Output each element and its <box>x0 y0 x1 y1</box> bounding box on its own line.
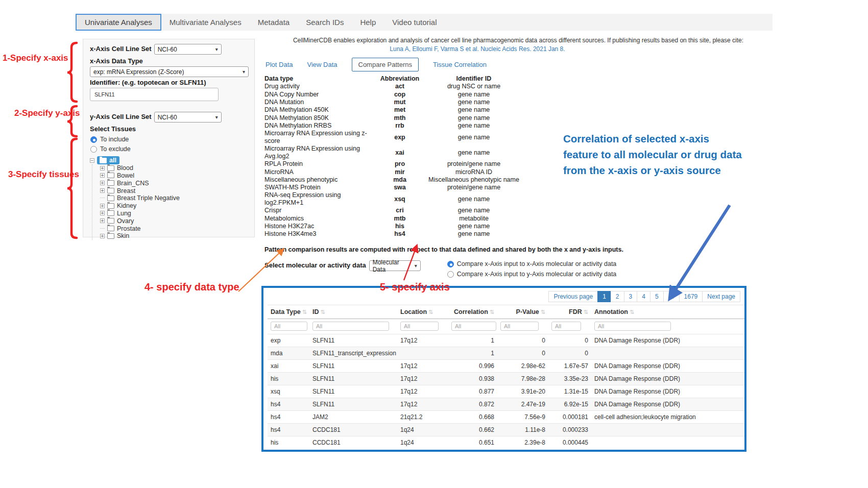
radio-icon[interactable] <box>447 261 454 267</box>
column-header-fdr[interactable]: FDR⇅ <box>548 305 591 319</box>
tissue-radio-to-include[interactable]: To include <box>90 136 248 143</box>
tree-item-kidney[interactable]: +Kidney <box>100 202 248 210</box>
expand-icon[interactable]: + <box>100 166 105 170</box>
page-button-previous-page[interactable]: Previous page <box>548 291 598 302</box>
column-header-annotation[interactable]: Annotation⇅ <box>591 305 744 319</box>
datatype-cell: protein/gene name <box>427 160 521 168</box>
result-cell: 0.877 <box>448 385 497 398</box>
tree-root-chip[interactable]: all <box>97 156 119 164</box>
result-cell: 0.668 <box>448 411 497 424</box>
sort-icon[interactable]: ⇅ <box>490 309 494 315</box>
column-header-label: FDR <box>569 308 582 315</box>
radio-icon[interactable] <box>90 146 97 153</box>
datatype-row: DNA Methylation RRBSrrbgene name <box>264 122 521 130</box>
subtab-view-data[interactable]: View Data <box>307 61 337 68</box>
datatype-row: Histone H3K4me3hs4gene name <box>264 230 521 238</box>
subtab-compare-patterns[interactable]: Compare Patterns <box>352 58 419 71</box>
filter-input-correlation[interactable] <box>451 322 496 331</box>
page-button-1679[interactable]: 1679 <box>679 291 703 302</box>
page-button-2[interactable]: 2 <box>611 291 624 302</box>
page-button-3[interactable]: 3 <box>624 291 638 302</box>
radio-label: To exclude <box>100 145 131 153</box>
citation-link[interactable]: Luna A, Elloumi F, Varma S et al. Nuclei… <box>390 45 565 53</box>
page-button-4[interactable]: 4 <box>637 291 650 302</box>
compare-axis-radio-group: Compare x-Axis input to x-Axis molecular… <box>447 260 617 281</box>
tree-item-label: Skin <box>117 232 129 239</box>
sort-icon[interactable]: ⇅ <box>302 309 307 315</box>
nav-tab-multivariate-analyses[interactable]: Multivariate Analyses <box>161 14 250 31</box>
x-axis-cell-line-set-select[interactable]: NCI-60 ▾ <box>154 44 222 55</box>
datatype-cell: protein/gene name <box>427 184 521 191</box>
tree-item-bowel[interactable]: +Bowel <box>100 172 248 180</box>
sort-icon[interactable]: ⇅ <box>428 309 433 315</box>
column-header-label: P-Value <box>516 308 539 315</box>
nav-tab-video-tutorial[interactable]: Video tutorial <box>384 14 445 31</box>
collapse-icon[interactable]: − <box>90 158 94 163</box>
page-button-5[interactable]: 5 <box>650 291 664 302</box>
y-axis-cell-line-set-select[interactable]: NCI-60 ▾ <box>154 112 222 123</box>
datatype-row: Microarray RNA Expression using Avg.log2… <box>264 145 521 160</box>
page-button-item[interactable]: … <box>663 291 680 302</box>
expand-icon[interactable]: + <box>100 181 105 185</box>
expand-icon[interactable]: + <box>100 204 105 208</box>
filter-input-location[interactable] <box>400 322 439 331</box>
page-button-1[interactable]: 1 <box>597 291 611 302</box>
compare-radio-compare-x-axis-input-to-y-axis-molecular-or-activity-data[interactable]: Compare x-Axis input to y-Axis molecular… <box>447 271 617 278</box>
red-brace-tissues <box>67 139 77 238</box>
subtab-tissue-correlation[interactable]: Tissue Correlation <box>433 61 487 68</box>
nav-tab-univariate-analyses[interactable]: Univariate Analyses <box>76 14 161 31</box>
tree-item-skin[interactable]: +Skin <box>100 232 248 240</box>
filter-input-p-value[interactable] <box>500 322 539 331</box>
expand-icon[interactable]: + <box>100 211 105 215</box>
nav-tab-search-ids[interactable]: Search IDs <box>298 14 352 31</box>
nav-tab-help[interactable]: Help <box>352 14 384 31</box>
tree-item-ovary[interactable]: +Ovary <box>100 217 248 225</box>
tree-item-blood[interactable]: +Blood <box>100 164 248 172</box>
table-row: xaiSLFN1117q120.9962.98e-621.67e-57DNA D… <box>268 360 744 373</box>
filter-input-data-type[interactable] <box>271 322 307 331</box>
filter-input-id[interactable] <box>312 322 389 331</box>
expand-icon[interactable]: + <box>100 218 105 223</box>
y-axis-cell-line-set-label: y-Axis Cell Line Set <box>90 113 152 120</box>
expand-icon[interactable]: + <box>100 188 105 193</box>
subtab-plot-data[interactable]: Plot Data <box>266 61 293 68</box>
tree-root[interactable]: −all <box>90 157 248 164</box>
column-header-id[interactable]: ID⇅ <box>309 305 397 319</box>
page-button-next-page[interactable]: Next page <box>702 291 740 302</box>
tree-item-breast-triple-negative[interactable]: Breast Triple Negative <box>100 194 248 202</box>
expand-icon[interactable]: + <box>100 173 105 178</box>
x-axis-data-type-select[interactable]: exp: mRNA Expression (Z-Score) ▾ <box>90 66 249 77</box>
sort-icon[interactable]: ⇅ <box>630 309 634 315</box>
result-cell: 0.000445 <box>548 436 591 449</box>
result-cell: 3.35e-23 <box>548 373 591 385</box>
radio-icon[interactable] <box>90 136 97 143</box>
compare-radio-compare-x-axis-input-to-x-axis-molecular-or-activity-data[interactable]: Compare x-Axis input to x-Axis molecular… <box>447 260 617 267</box>
sort-icon[interactable]: ⇅ <box>541 309 545 315</box>
molecular-data-value: Molecular Data <box>373 259 412 273</box>
molecular-data-select[interactable]: Molecular Data ▾ <box>369 260 421 271</box>
tree-item-lung[interactable]: +Lung <box>100 210 248 217</box>
filter-input-annotation[interactable] <box>594 322 671 331</box>
identifier-input[interactable] <box>90 88 219 101</box>
tree-item-prostate[interactable]: Prostate <box>100 225 248 232</box>
tissue-radio-to-exclude[interactable]: To exclude <box>90 145 248 153</box>
tree-item-brain-cns[interactable]: +Brain_CNS <box>100 179 248 187</box>
datatype-cell: mtb <box>373 215 427 223</box>
filter-input-fdr[interactable] <box>551 322 581 331</box>
column-header-data-type[interactable]: Data Type⇅ <box>268 305 309 319</box>
datatype-cell: gene name <box>427 207 521 214</box>
radio-icon[interactable] <box>447 271 454 278</box>
column-header-location[interactable]: Location⇅ <box>397 305 448 319</box>
datatype-cell: microRNA ID <box>427 168 521 176</box>
expand-icon[interactable]: + <box>100 234 105 238</box>
tree-item-label: Bowel <box>117 172 134 179</box>
sort-icon[interactable]: ⇅ <box>584 309 588 315</box>
column-header-correlation[interactable]: Correlation⇅ <box>448 305 497 319</box>
tree-item-breast[interactable]: +Breast <box>100 187 248 194</box>
x-axis-cell-line-set-label: x-Axis Cell Line Set <box>90 45 152 53</box>
correlation-results-table: Data Type⇅ID⇅Location⇅Correlation⇅P-Valu… <box>268 305 744 449</box>
column-header-p-value[interactable]: P-Value⇅ <box>497 305 548 319</box>
sort-icon[interactable]: ⇅ <box>321 309 325 315</box>
result-cell: hs4 <box>268 398 309 411</box>
nav-tab-metadata[interactable]: Metadata <box>250 14 298 31</box>
